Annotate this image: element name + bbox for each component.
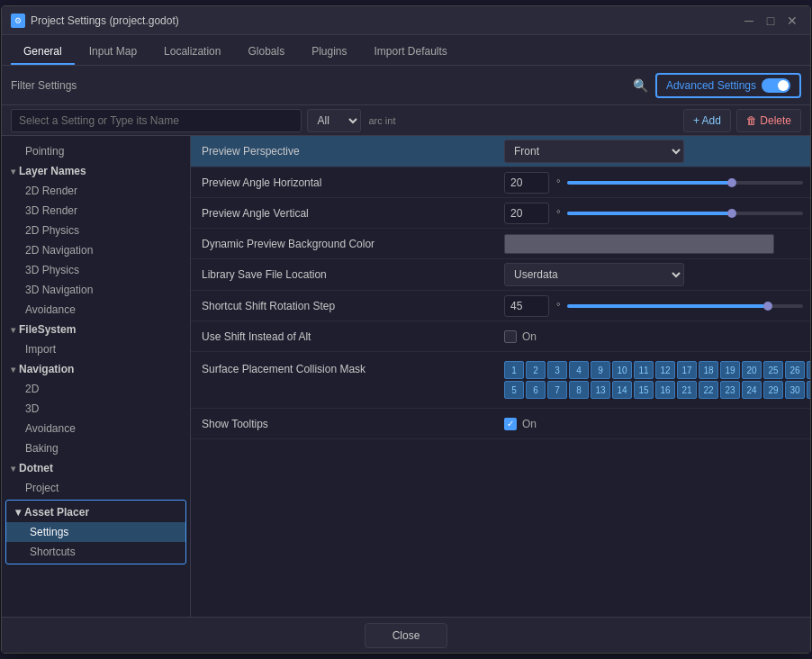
sidebar-category-asset-placer[interactable]: ▾ Asset Placer xyxy=(6,502,185,522)
number-chip[interactable]: 4 xyxy=(569,361,589,379)
sidebar-category-layer-names[interactable]: ▾ Layer Names xyxy=(2,161,190,181)
table-row[interactable]: Library Save File Location Userdata xyxy=(191,259,810,291)
number-chip[interactable]: 21 xyxy=(677,381,697,399)
sidebar-item-3d-navigation[interactable]: 3D Navigation xyxy=(2,280,190,300)
selector-row: All arc int + Add 🗑 Delete xyxy=(2,105,810,136)
search-button[interactable]: 🔍 xyxy=(633,78,648,93)
number-chip[interactable]: 3 xyxy=(547,361,567,379)
rotation-step-input[interactable] xyxy=(504,295,549,317)
number-chip[interactable]: 10 xyxy=(612,361,632,379)
preview-perspective-dropdown[interactable]: Front xyxy=(504,140,684,163)
number-chip[interactable]: 1 xyxy=(504,361,524,379)
number-chip[interactable]: 14 xyxy=(612,381,632,399)
close-button[interactable]: Close xyxy=(365,623,448,648)
sidebar-item-3d-render[interactable]: 3D Render xyxy=(2,201,190,221)
close-window-button[interactable]: ✕ xyxy=(783,12,801,30)
number-chip[interactable]: 22 xyxy=(699,381,718,399)
tab-plugins[interactable]: Plugins xyxy=(299,40,359,65)
number-chip[interactable]: 2 xyxy=(526,361,546,379)
sidebar-category-filesystem[interactable]: ▾ FileSystem xyxy=(2,320,190,339)
delete-button[interactable]: 🗑 Delete xyxy=(736,109,801,132)
number-chip[interactable]: 6 xyxy=(526,381,546,399)
sidebar-item-project[interactable]: Project xyxy=(2,478,190,498)
sidebar-item-2d-navigation[interactable]: 2D Navigation xyxy=(2,240,190,260)
show-tooltips-checkbox[interactable]: ✓ xyxy=(504,418,517,430)
sidebar-item-import[interactable]: Import xyxy=(2,339,190,359)
sidebar-category-dotnet[interactable]: ▾ Dotnet xyxy=(2,458,190,478)
sidebar-category-navigation[interactable]: ▾ Navigation xyxy=(2,359,190,379)
table-row[interactable]: Dynamic Preview Background Color xyxy=(191,229,810,259)
number-chip[interactable]: 5 xyxy=(504,381,524,399)
setting-name-input[interactable] xyxy=(11,109,302,132)
number-chip[interactable]: 29 xyxy=(763,381,783,399)
number-chip[interactable]: 23 xyxy=(720,381,740,399)
app-icon: ⚙ xyxy=(11,14,25,28)
slider-track xyxy=(567,304,803,308)
maximize-button[interactable]: □ xyxy=(762,12,780,30)
slider-thumb xyxy=(763,302,772,311)
number-chip[interactable]: 12 xyxy=(655,361,675,379)
preview-angle-v-slider[interactable] xyxy=(567,212,803,215)
advanced-settings-button[interactable]: Advanced Settings xyxy=(655,73,801,98)
tab-import-defaults[interactable]: Import Defaults xyxy=(362,40,460,65)
number-chip[interactable]: 19 xyxy=(720,361,740,379)
number-chip[interactable]: 9 xyxy=(591,361,610,379)
sidebar-item-pointing[interactable]: Pointing xyxy=(2,141,190,161)
tab-globals[interactable]: Globals xyxy=(235,40,297,65)
sidebar-item-2d-render[interactable]: 2D Render xyxy=(2,181,190,201)
number-chip[interactable]: 15 xyxy=(634,381,654,399)
number-chip[interactable]: 31 xyxy=(807,381,810,399)
sidebar-item-baking[interactable]: Baking xyxy=(2,438,190,458)
slider-thumb xyxy=(727,209,736,218)
preview-angle-h-input[interactable] xyxy=(504,172,549,194)
tab-input-map[interactable]: Input Map xyxy=(77,40,149,65)
number-chip[interactable]: 16 xyxy=(655,381,675,399)
number-chip[interactable]: 24 xyxy=(742,381,762,399)
number-chip[interactable]: 8 xyxy=(569,381,589,399)
chevron-down-icon-asset: ▾ xyxy=(15,506,21,519)
number-chip[interactable]: 26 xyxy=(785,361,805,379)
sidebar-item-settings[interactable]: Settings xyxy=(6,522,185,542)
tab-localization[interactable]: Localization xyxy=(151,40,233,65)
table-row[interactable]: Shortcut Shift Rotation Step ° xyxy=(191,291,810,321)
table-row[interactable]: Preview Perspective Front xyxy=(191,136,810,167)
number-chip[interactable]: 18 xyxy=(699,361,718,379)
arc-int-label: arc int xyxy=(366,115,397,126)
sidebar-item-avoidance-nav[interactable]: Avoidance xyxy=(2,419,190,438)
color-swatch[interactable] xyxy=(504,234,774,254)
sidebar-item-2d-physics[interactable]: 2D Physics xyxy=(2,221,190,240)
number-chip[interactable]: 20 xyxy=(742,361,762,379)
main-window: ⚙ Project Settings (project.godot) ─ □ ✕… xyxy=(1,5,811,654)
number-chip[interactable]: 25 xyxy=(763,361,783,379)
sidebar-item-2d-nav[interactable]: 2D xyxy=(2,379,190,399)
minimize-button[interactable]: ─ xyxy=(740,12,758,30)
number-chip[interactable]: 30 xyxy=(785,381,805,399)
add-button[interactable]: + Add xyxy=(683,109,731,132)
number-chip[interactable]: 27 xyxy=(807,361,810,379)
advanced-settings-toggle[interactable] xyxy=(762,78,790,93)
library-save-dropdown[interactable]: Userdata xyxy=(504,263,684,286)
sidebar-item-3d-physics[interactable]: 3D Physics xyxy=(2,260,190,280)
sidebar-item-shortcuts[interactable]: Shortcuts xyxy=(6,542,185,562)
use-shift-checkbox[interactable] xyxy=(504,330,517,343)
number-row: 5 6 7 8 13 14 15 16 21 22 23 xyxy=(504,381,810,399)
tabs-bar: General Input Map Localization Globals P… xyxy=(2,35,810,66)
sidebar-item-avoidance-layer[interactable]: Avoidance xyxy=(2,300,190,320)
table-row[interactable]: Preview Angle Vertical ° xyxy=(191,198,810,229)
setting-label: Preview Angle Vertical xyxy=(191,202,497,225)
table-row[interactable]: Preview Angle Horizontal ° xyxy=(191,167,810,198)
number-chip[interactable]: 17 xyxy=(677,361,697,379)
titlebar: ⚙ Project Settings (project.godot) ─ □ ✕ xyxy=(2,6,810,35)
number-chip[interactable]: 11 xyxy=(634,361,654,379)
number-chip[interactable]: 13 xyxy=(591,381,610,399)
table-row[interactable]: Show Tooltips ✓ On xyxy=(191,409,810,439)
category-dropdown[interactable]: All xyxy=(307,109,361,132)
table-row[interactable]: Use Shift Instead of Alt On xyxy=(191,321,810,352)
number-chip[interactable]: 7 xyxy=(547,381,567,399)
preview-angle-v-input[interactable] xyxy=(504,203,549,224)
preview-angle-h-slider[interactable] xyxy=(567,181,803,185)
sidebar-item-3d-nav[interactable]: 3D xyxy=(2,399,190,419)
rotation-step-slider[interactable] xyxy=(567,304,803,308)
table-row[interactable]: Surface Placement Collision Mask 1 2 3 4… xyxy=(191,352,810,409)
tab-general[interactable]: General xyxy=(11,40,75,65)
